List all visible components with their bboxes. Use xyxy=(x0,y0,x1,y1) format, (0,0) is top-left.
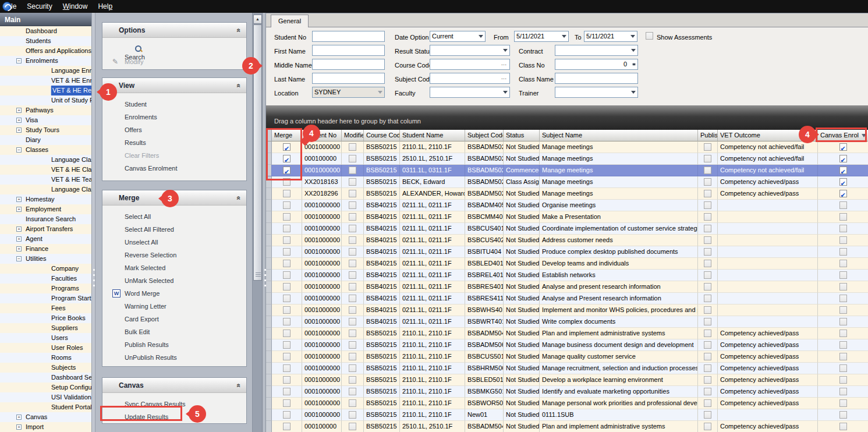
merge-checkbox[interactable] xyxy=(283,236,290,244)
panel-item-unmark-selected[interactable]: UnMark Selected xyxy=(102,274,246,287)
canvas-enrol-checkbox[interactable] xyxy=(839,411,847,419)
canvas-enrol-checkbox[interactable] xyxy=(839,260,847,267)
sidebar-item-diary[interactable]: Diary xyxy=(0,135,91,145)
modified-checkbox[interactable] xyxy=(349,353,356,360)
canvas-enrol-checkbox[interactable] xyxy=(839,190,847,197)
scrollbar-thumb[interactable] xyxy=(253,24,262,281)
sidebar-item-language-enrolments[interactable]: Language Enrolments xyxy=(0,66,91,76)
canvas-enrol-checkbox[interactable] xyxy=(839,376,847,384)
panel-item-enrolments[interactable]: Enrolments xyxy=(102,111,246,123)
canvas-enrol-checkbox[interactable] xyxy=(839,341,847,349)
sidebar-item-offers-and-applications[interactable]: Offers and Applications xyxy=(0,46,91,56)
modified-checkbox[interactable] xyxy=(349,190,356,197)
spin-down-icon[interactable] xyxy=(632,63,636,68)
modified-checkbox[interactable] xyxy=(349,376,356,384)
merge-checkbox[interactable] xyxy=(283,155,290,162)
canvas-enrol-checkbox[interactable] xyxy=(839,167,847,174)
modified-checkbox[interactable] xyxy=(349,178,356,186)
to-date-select[interactable]: 5/11/2021 xyxy=(584,31,637,42)
tree-toggle-expand-icon[interactable]: + xyxy=(16,118,22,123)
result-status-select[interactable] xyxy=(430,45,510,56)
tree-toggle-expand-icon[interactable]: + xyxy=(16,415,22,420)
merge-checkbox[interactable] xyxy=(283,178,290,186)
publish-checkbox[interactable] xyxy=(704,236,711,244)
table-row[interactable]: 0001000000BSB402150211.1L, 0211.1FBSBLED… xyxy=(266,258,868,270)
modified-checkbox[interactable] xyxy=(349,364,356,372)
publish-checkbox[interactable] xyxy=(704,178,711,186)
merge-checkbox[interactable] xyxy=(283,399,290,407)
column-header-canvas-enrol[interactable]: Canvas Enrol xyxy=(818,130,868,141)
publish-checkbox[interactable] xyxy=(704,388,711,395)
table-row[interactable]: 0001000000BSB502152110.1L, 2110.1FBSBMKG… xyxy=(266,386,868,398)
modified-checkbox[interactable] xyxy=(349,295,356,302)
modified-checkbox[interactable] xyxy=(349,318,356,325)
sidebar-item-visa[interactable]: +Visa xyxy=(0,115,91,125)
merge-checkbox[interactable] xyxy=(283,190,290,197)
panel-item-select-all[interactable]: Select All xyxy=(102,210,246,223)
canvas-enrol-checkbox[interactable] xyxy=(839,248,847,256)
menu-window[interactable]: Window xyxy=(58,0,93,13)
student-no-input[interactable] xyxy=(312,31,385,42)
column-header-student-no[interactable]: Student No xyxy=(302,130,342,141)
publish-checkbox[interactable] xyxy=(704,399,711,407)
canvas-enrol-checkbox[interactable] xyxy=(839,283,847,291)
panel-item-unselect-all[interactable]: Unselect All xyxy=(102,236,246,249)
faculty-select[interactable] xyxy=(430,87,510,98)
publish-checkbox[interactable] xyxy=(704,201,711,209)
sidebar-item-enrolments[interactable]: −Enrolments xyxy=(0,56,91,66)
table-row[interactable]: 0001000000BSB402150211.1L, 0211.1FBSBWHS… xyxy=(266,304,868,316)
panel-item-update-results[interactable]: Update Results xyxy=(102,410,246,423)
sidebar-item-language-class-allocation[interactable]: Language Class Allocation xyxy=(0,185,91,194)
sidebar-item-suppliers[interactable]: Suppliers xyxy=(0,323,91,333)
modified-checkbox[interactable] xyxy=(349,330,356,337)
tree-toggle-collapse-icon[interactable]: − xyxy=(16,256,22,261)
class-name-input[interactable] xyxy=(555,73,638,84)
table-row[interactable]: 000100000BSB502152510.1L, 2510.1FBSBADM5… xyxy=(266,421,868,432)
ellipsis-lookup-icon[interactable]: … xyxy=(500,75,508,82)
sidebar-item-utilities[interactable]: −Utilities xyxy=(0,254,91,264)
sidebar-item-vet-he-teachers[interactable]: VET & HE Teachers xyxy=(0,175,91,185)
table-row[interactable]: XX2018163BSB50215BECK, EdwardBSBADM502Cl… xyxy=(266,176,868,188)
publish-checkbox[interactable] xyxy=(704,341,711,349)
sidebar-item-vet-he-results[interactable]: VET & HE Results xyxy=(0,86,91,95)
location-select[interactable]: SYDNEY xyxy=(312,87,385,98)
tree-toggle-expand-icon[interactable]: + xyxy=(16,424,22,430)
sidebar-item-price-books[interactable]: Price Books xyxy=(0,313,91,323)
column-header-merge[interactable]: Merge xyxy=(272,130,302,141)
table-row[interactable]: 0001000000BSB402150211.1L, 0211.1FBSBCUS… xyxy=(266,223,868,235)
table-row[interactable]: 000100000BSB502152510.1L, 2510.1FBSBADM5… xyxy=(266,153,868,165)
modified-checkbox[interactable] xyxy=(349,411,356,419)
column-header-student-name[interactable]: Student Name xyxy=(400,130,465,141)
panel-item-bulk-edit[interactable]: Bulk Edit xyxy=(102,325,246,338)
sidebar-item-finance[interactable]: +Finance xyxy=(0,244,91,254)
table-row[interactable]: 0001000000BSB502152110.1L, 2110.1FBSBWOR… xyxy=(266,398,868,409)
course-code-lookup[interactable]: … xyxy=(430,59,510,70)
merge-checkbox[interactable] xyxy=(283,201,290,209)
panel-item-word-merge[interactable]: WWord Merge xyxy=(102,287,246,300)
merge-checkbox[interactable] xyxy=(283,330,290,337)
modified-checkbox[interactable] xyxy=(349,248,356,256)
merge-checkbox[interactable] xyxy=(283,271,290,279)
merge-checkbox[interactable] xyxy=(283,295,290,302)
canvas-enrol-checkbox[interactable] xyxy=(839,318,847,325)
publish-checkbox[interactable] xyxy=(704,248,711,256)
canvas-enrol-checkbox[interactable] xyxy=(839,353,847,360)
modified-checkbox[interactable] xyxy=(349,213,356,221)
column-header-course-code[interactable]: Course Code xyxy=(364,130,400,141)
subject-code-lookup[interactable]: … xyxy=(430,73,510,84)
sidebar-item-programs[interactable]: Programs xyxy=(0,284,91,293)
canvas-enrol-checkbox[interactable] xyxy=(839,306,847,314)
modified-checkbox[interactable] xyxy=(349,143,356,151)
publish-checkbox[interactable] xyxy=(704,283,711,291)
table-row[interactable]: 0001000000BSB402150211.1L, 0211.1FBSBCUS… xyxy=(266,235,868,246)
canvas-enrol-checkbox[interactable] xyxy=(839,388,847,395)
column-header-vet-outcome[interactable]: VET Outcome xyxy=(718,130,818,141)
sidebar-item-unit-of-study-results[interactable]: Unit of Study Results xyxy=(0,95,91,105)
merge-checkbox[interactable] xyxy=(283,411,290,419)
panel-item-unpublish-results[interactable]: UnPublish Results xyxy=(102,351,246,364)
publish-checkbox[interactable] xyxy=(704,260,711,267)
tree-toggle-expand-icon[interactable]: + xyxy=(16,236,22,242)
sidebar-item-classes[interactable]: −Classes xyxy=(0,145,91,155)
table-row[interactable]: 0001000000BSB502152110.1L, 2110.1FNew01N… xyxy=(266,409,868,421)
middle-name-input[interactable] xyxy=(312,59,385,70)
